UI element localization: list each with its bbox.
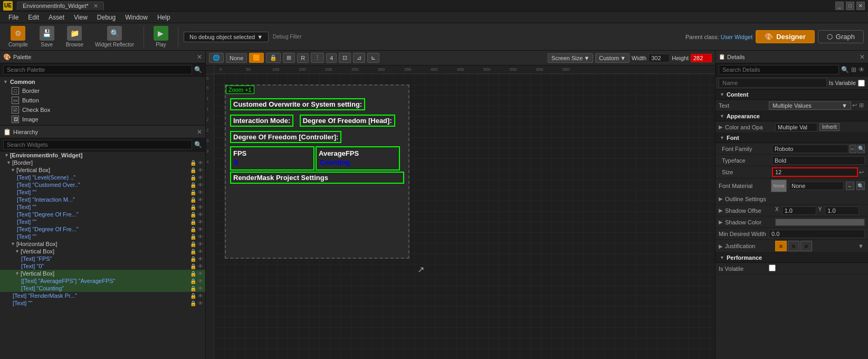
details-close-button[interactable]: ✕ xyxy=(860,53,865,61)
t9-lock[interactable]: 🔒 xyxy=(190,234,196,240)
r-button[interactable]: R xyxy=(297,53,309,63)
justify-right-button[interactable]: ≡ xyxy=(800,241,812,251)
shadow-color-bar[interactable] xyxy=(775,219,865,226)
palette-item-checkbox[interactable]: ☑ Check Box xyxy=(0,105,205,115)
menu-help[interactable]: Help xyxy=(153,13,175,22)
justification-expand[interactable]: ▶ xyxy=(719,243,723,249)
parent-class-link[interactable]: User Widget xyxy=(721,34,753,40)
menu-window[interactable]: Window xyxy=(121,13,152,22)
list-item[interactable]: [Text] "Degree Of Fre..." 🔒👁 xyxy=(0,225,205,233)
anchor-button[interactable]: ⊾ xyxy=(367,53,379,63)
debug-filter-dropdown[interactable]: No debug object selected ▼ xyxy=(184,32,269,42)
fps0-eye[interactable]: 👁 xyxy=(198,263,203,269)
counting-lock[interactable]: 🔒 xyxy=(190,286,196,291)
color-expand-arrow[interactable]: ▶ xyxy=(719,124,723,130)
palette-search-button[interactable]: 🔍 xyxy=(194,66,202,73)
text-level-lock[interactable]: 🔒 xyxy=(190,175,196,181)
details-search-input[interactable] xyxy=(719,65,839,74)
border-eye-icon[interactable]: 👁 xyxy=(198,160,203,166)
vbox1-eye[interactable]: 👁 xyxy=(198,167,203,173)
border-lock-icon[interactable]: 🔒 xyxy=(190,160,196,166)
hierarchy-root-item[interactable]: ▼ [EnvironmentInfo_Widget] xyxy=(0,152,205,159)
text-level-eye[interactable]: 👁 xyxy=(198,175,203,181)
size-input[interactable] xyxy=(772,167,858,177)
vbox-fps-eye[interactable]: 👁 xyxy=(198,249,203,254)
palette-search-input[interactable] xyxy=(3,65,192,74)
list-item[interactable]: [Text] "0" 🔒👁 xyxy=(0,262,205,270)
is-volatile-checkbox[interactable] xyxy=(769,264,776,271)
list-item[interactable]: [Text] "Level(Scene) .." 🔒👁 xyxy=(0,174,205,181)
screen-size-button[interactable]: Screen Size ▼ xyxy=(548,53,593,63)
list-item[interactable]: [Text] "" 🔒👁 xyxy=(0,218,205,225)
menu-edit[interactable]: Edit xyxy=(24,13,43,22)
save-button[interactable]: 💾 Save xyxy=(35,24,59,49)
compile-button[interactable]: ⚙ Compile xyxy=(4,24,32,49)
hierarchy-vbox-avg[interactable]: ▼ [Vertical Box] 🔒👁 xyxy=(0,270,205,277)
hierarchy-vbox-1[interactable]: ▼ [Vertical Box] 🔒 👁 xyxy=(0,166,205,174)
browse-button[interactable]: 📁 Browse xyxy=(62,24,88,49)
t4-eye[interactable]: 👁 xyxy=(198,197,203,203)
list-item[interactable]: [Text] "" 🔒👁 xyxy=(0,299,205,307)
color-button[interactable]: 🟧 xyxy=(249,53,264,63)
justify-down-btn[interactable]: ▼ xyxy=(857,243,865,249)
layout-button[interactable]: ⊞ xyxy=(283,53,295,63)
hierarchy-search-button[interactable]: 🔍 xyxy=(194,141,202,148)
is-variable-checkbox[interactable] xyxy=(858,80,865,87)
font-family-arrow-btn[interactable]: ← xyxy=(850,145,856,153)
palette-item-button[interactable]: ▭ Button xyxy=(0,96,205,105)
menu-asset[interactable]: Asset xyxy=(44,13,69,22)
justify-left-button[interactable]: ≡ xyxy=(775,241,787,251)
palette-item-border[interactable]: □ Border xyxy=(0,86,205,96)
resize-handle[interactable]: ↗ xyxy=(417,264,424,275)
fps-eye[interactable]: 👁 xyxy=(198,256,203,262)
color-opa-input[interactable] xyxy=(775,123,817,131)
t5-eye[interactable]: 👁 xyxy=(198,204,203,210)
typeface-select[interactable]: Bold xyxy=(772,156,865,165)
menu-file[interactable]: File xyxy=(4,13,23,22)
widget-reflector-button[interactable]: 🔍 Widget Reflector xyxy=(91,24,138,49)
shadow-offset-expand[interactable]: ▶ xyxy=(719,207,723,213)
align-button[interactable]: ⊿ xyxy=(353,53,365,63)
details-grid-button[interactable]: ⊞ xyxy=(851,66,856,73)
shadow-x-input[interactable] xyxy=(782,206,816,215)
content-section-header[interactable]: Content xyxy=(716,90,868,100)
t3-eye[interactable]: 👁 xyxy=(198,190,203,195)
width-input[interactable] xyxy=(648,54,670,62)
vbox-fps-lock[interactable]: 🔒 xyxy=(190,249,196,254)
list-item[interactable]: [Text] "" 🔒👁 xyxy=(0,203,205,211)
fps-lock[interactable]: 🔒 xyxy=(190,256,196,262)
t2-eye[interactable]: 👁 xyxy=(198,182,203,188)
list-item[interactable]: [Text] "Interaction M..." 🔒👁 xyxy=(0,196,205,203)
font-material-arrow-btn[interactable]: ← xyxy=(846,182,854,190)
shadow-color-expand[interactable]: ▶ xyxy=(719,219,723,225)
hbox-lock[interactable]: 🔒 xyxy=(190,241,196,247)
palette-item-image[interactable]: 🖼 Image xyxy=(0,115,205,124)
font-material-select[interactable]: None xyxy=(789,182,844,190)
hierarchy-search-input[interactable] xyxy=(3,140,192,149)
details-search-button[interactable]: 🔍 xyxy=(841,66,849,73)
close-tab-button[interactable]: ✕ xyxy=(93,3,98,9)
list-item[interactable]: [[Text] "AverageFPS"] "AverageFPS" 🔒👁 xyxy=(0,277,205,285)
font-family-search-btn[interactable]: 🔍 xyxy=(857,145,865,153)
justify-center-button[interactable]: ≡ xyxy=(788,241,799,251)
last-lock[interactable]: 🔒 xyxy=(190,300,196,306)
hierarchy-hbox[interactable]: ▼ [Horizontal Box] 🔒👁 xyxy=(0,240,205,248)
last-eye[interactable]: 👁 xyxy=(198,300,203,306)
vbox-avg-eye[interactable]: 👁 xyxy=(198,271,203,277)
t7-eye[interactable]: 👁 xyxy=(198,219,203,225)
none-button[interactable]: None xyxy=(226,53,247,63)
list-item[interactable]: [Text] "Degree Of Fre..." 🔒👁 xyxy=(0,211,205,218)
font-section-header[interactable]: Font xyxy=(716,133,868,143)
t6-lock[interactable]: 🔒 xyxy=(190,212,196,218)
hierarchy-border[interactable]: ▼ [Border] 🔒 👁 xyxy=(0,159,205,166)
text-dropdown[interactable]: Multiple Values ▼ xyxy=(769,101,851,110)
text-bind-button[interactable]: ⊞ xyxy=(858,102,865,109)
font-family-select[interactable]: Roboto xyxy=(772,145,848,153)
counting-eye[interactable]: 👁 xyxy=(198,286,203,291)
shadow-y-input[interactable] xyxy=(825,206,859,215)
palette-category-common[interactable]: Common xyxy=(0,78,205,86)
lock-button[interactable]: 🔒 xyxy=(266,53,281,63)
t3-lock[interactable]: 🔒 xyxy=(190,190,196,195)
list-item[interactable]: [Text] "RenderMask Pr..." 🔒👁 xyxy=(0,292,205,299)
height-input[interactable] xyxy=(691,54,712,62)
